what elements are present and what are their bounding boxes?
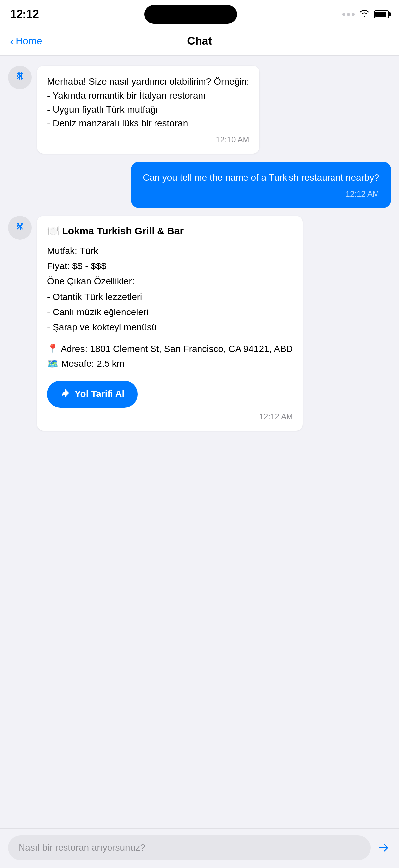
battery-fill <box>375 11 387 17</box>
get-directions-button[interactable]: Yol Tarifi Al <box>47 381 138 407</box>
signal-dot-2 <box>347 13 350 16</box>
status-notch <box>144 5 237 24</box>
bot-message-1: Merhaba! Size nasıl yardımcı olabilirim?… <box>8 66 391 154</box>
bot-message-2-time: 12:12 AM <box>47 412 293 422</box>
restaurant-name: 🍽️ Lokma Turkish Grill & Bar <box>47 225 293 237</box>
address-text: 📍 Adres: 1801 Clement St, San Francisco,… <box>47 344 293 354</box>
user-message-1: Can you tell me the name of a Turkish re… <box>8 161 391 208</box>
input-bar <box>0 828 399 868</box>
restaurant-address: 📍 Adres: 1801 Clement St, San Francisco,… <box>47 342 293 371</box>
restaurant-divider <box>47 335 293 342</box>
distance-text: 🗺️ Mesafe: 2.5 km <box>47 359 124 369</box>
get-directions-label: Yol Tarifi Al <box>75 389 124 399</box>
bot-avatar-2 <box>8 216 32 240</box>
bot-message-2: 🍽️ Lokma Turkish Grill & Bar Mutfak: Tür… <box>8 216 391 431</box>
signal-dot-1 <box>342 13 345 16</box>
back-chevron-icon: ‹ <box>10 35 13 47</box>
status-time: 12:12 <box>10 7 39 21</box>
user-message-1-time: 12:12 AM <box>143 189 379 198</box>
nav-bar: ‹ Home Chat <box>0 27 399 56</box>
bot-restaurant-card: 🍽️ Lokma Turkish Grill & Bar Mutfak: Tür… <box>37 216 303 431</box>
status-bar: 12:12 <box>0 0 399 27</box>
user-bubble-1: Can you tell me the name of a Turkish re… <box>131 161 391 208</box>
restaurant-details: Mutfak: Türk Fiyat: $$ - $$$ Öne Çıkan Ö… <box>47 243 293 335</box>
signal-dots <box>342 13 355 16</box>
bot-bubble-1: Merhaba! Size nasıl yardımcı olabilirim?… <box>37 66 259 154</box>
signal-dot-3 <box>352 13 355 16</box>
user-message-1-text: Can you tell me the name of a Turkish re… <box>143 171 379 185</box>
battery-icon <box>374 10 389 18</box>
bot-message-1-time: 12:10 AM <box>47 135 250 144</box>
chat-area: Merhaba! Size nasıl yardımcı olabilirim?… <box>0 56 399 828</box>
status-icons <box>342 9 389 20</box>
bot-avatar <box>8 66 32 89</box>
bot-message-1-text: Merhaba! Size nasıl yardımcı olabilirim?… <box>47 75 250 130</box>
page-title: Chat <box>187 34 212 47</box>
nav-back-button[interactable]: ‹ Home <box>10 35 42 47</box>
back-label[interactable]: Home <box>15 35 42 47</box>
send-button[interactable] <box>376 840 391 855</box>
bot-avatar-icon-2 <box>13 220 27 236</box>
bot-avatar-icon <box>13 69 27 86</box>
chat-input[interactable] <box>8 835 370 860</box>
wifi-icon <box>359 9 370 20</box>
directions-icon <box>60 388 70 400</box>
